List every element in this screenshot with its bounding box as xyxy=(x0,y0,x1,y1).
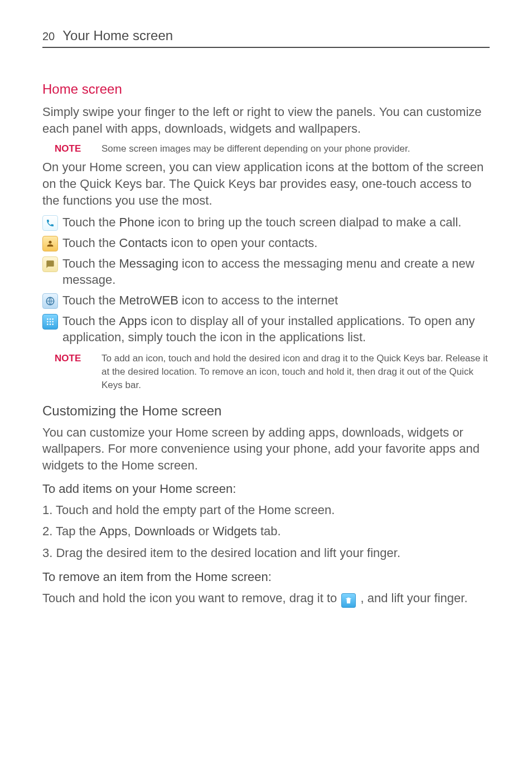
bold-widgets-tab: Widgets xyxy=(212,524,257,538)
text-fragment: icon to bring up the touch screen dialpa… xyxy=(154,215,461,229)
trash-icon xyxy=(341,593,356,608)
running-header: 20 Your Home screen xyxy=(42,28,490,48)
text-fragment: or xyxy=(195,524,213,538)
intro-paragraph: Simply swipe your finger to the left or … xyxy=(42,104,490,137)
messaging-description: Touch the Messaging icon to access the m… xyxy=(62,255,490,288)
svg-point-2 xyxy=(50,318,51,320)
svg-point-8 xyxy=(50,323,51,325)
text-fragment: Touch and hold the icon you want to remo… xyxy=(42,591,340,605)
contacts-icon xyxy=(42,236,58,251)
svg-point-4 xyxy=(47,321,49,322)
text-fragment: , xyxy=(128,524,134,538)
svg-point-6 xyxy=(52,321,54,322)
svg-point-9 xyxy=(52,323,54,325)
page-number: 20 xyxy=(42,30,55,43)
svg-point-1 xyxy=(47,318,49,320)
text-fragment: Touch the xyxy=(62,314,119,328)
bold-apps-tab: Apps xyxy=(99,524,127,538)
quickkey-messaging-row: Touch the Messaging icon to access the m… xyxy=(42,255,490,288)
section-heading-home-screen: Home screen xyxy=(42,81,490,97)
quickkey-phone-row: Touch the Phone icon to bring up the tou… xyxy=(42,214,490,231)
contacts-description: Touch the Contacts icon to open your con… xyxy=(62,235,490,251)
quickkeys-paragraph: On your Home screen, you can view applic… xyxy=(42,159,490,209)
customize-intro: You can customize your Home screen by ad… xyxy=(42,424,490,474)
note-add-remove-icon: NOTE To add an icon, touch and hold the … xyxy=(42,352,490,391)
text-fragment: Touch the xyxy=(62,256,119,270)
text-fragment: tab. xyxy=(257,524,281,538)
text-fragment: , and lift your finger. xyxy=(357,591,467,605)
manual-page: 20 Your Home screen Home screen Simply s… xyxy=(0,0,532,636)
apps-grid-icon xyxy=(42,314,58,330)
text-fragment: Touch the xyxy=(62,293,119,307)
bold-apps: Apps xyxy=(119,314,147,328)
globe-icon xyxy=(42,293,58,309)
note-body: To add an icon, touch and hold the desir… xyxy=(101,352,490,391)
note-provider: NOTE Some screen images may be different… xyxy=(42,142,490,156)
svg-point-3 xyxy=(52,318,54,320)
bold-contacts: Contacts xyxy=(119,236,168,250)
text-fragment: icon to access to the internet xyxy=(178,293,338,307)
bold-phone: Phone xyxy=(119,215,155,229)
page-header-title: Your Home screen xyxy=(62,28,173,43)
task-heading-add-items: To add items on your Home screen: xyxy=(42,482,490,496)
text-fragment: Touch the xyxy=(62,215,119,229)
messaging-icon xyxy=(42,256,58,272)
bold-metroweb: MetroWEB xyxy=(119,293,178,307)
note-body: Some screen images may be different depe… xyxy=(101,142,490,156)
step-3: 3. Drag the desired item to the desired … xyxy=(42,545,490,562)
quickkey-metroweb-row: Touch the MetroWEB icon to access to the… xyxy=(42,292,490,309)
text-fragment: 2. Tap the xyxy=(42,524,99,538)
text-fragment: Touch the xyxy=(62,236,119,250)
bold-messaging: Messaging xyxy=(119,256,178,270)
step-2: 2. Tap the Apps, Downloads or Widgets ta… xyxy=(42,523,490,540)
quickkey-contacts-row: Touch the Contacts icon to open your con… xyxy=(42,235,490,251)
apps-description: Touch the Apps icon to display all of yo… xyxy=(62,313,490,346)
quickkey-apps-row: Touch the Apps icon to display all of yo… xyxy=(42,313,490,346)
subheading-customizing: Customizing the Home screen xyxy=(42,403,490,419)
svg-point-5 xyxy=(50,321,51,322)
remove-instruction: Touch and hold the icon you want to remo… xyxy=(42,590,490,608)
phone-icon xyxy=(42,215,58,231)
text-fragment: icon to open your contacts. xyxy=(167,236,317,250)
step-1: 1. Touch and hold the empty part of the … xyxy=(42,502,490,519)
note-label: NOTE xyxy=(42,352,101,391)
bold-downloads-tab: Downloads xyxy=(134,524,195,538)
svg-point-7 xyxy=(47,323,49,325)
phone-description: Touch the Phone icon to bring up the tou… xyxy=(62,214,490,230)
note-label: NOTE xyxy=(42,142,101,156)
metroweb-description: Touch the MetroWEB icon to access to the… xyxy=(62,292,490,308)
task-heading-remove-item: To remove an item from the Home screen: xyxy=(42,570,490,584)
